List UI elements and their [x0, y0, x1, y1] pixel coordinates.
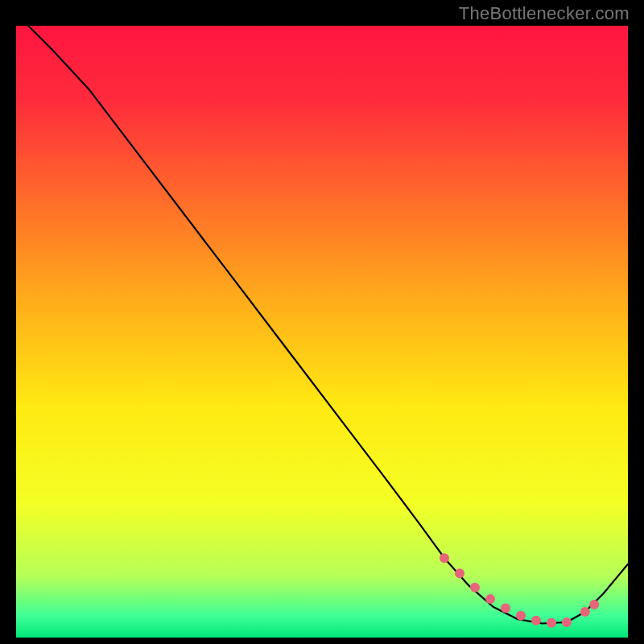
highlight-dot	[470, 583, 480, 592]
watermark-text: TheBottlenecker.com	[459, 3, 630, 24]
highlight-dot	[580, 607, 590, 617]
highlight-dot	[455, 568, 464, 578]
highlight-dot	[501, 604, 510, 613]
chart-frame	[16, 26, 628, 638]
highlight-dot	[589, 600, 599, 609]
highlight-dot	[440, 553, 449, 563]
gradient-background	[16, 26, 628, 638]
highlight-dot	[547, 618, 556, 628]
chart-svg	[16, 26, 628, 638]
highlight-dot	[485, 594, 495, 604]
highlight-dot	[562, 617, 572, 627]
highlight-dot	[531, 616, 541, 625]
highlight-dot	[516, 611, 526, 621]
